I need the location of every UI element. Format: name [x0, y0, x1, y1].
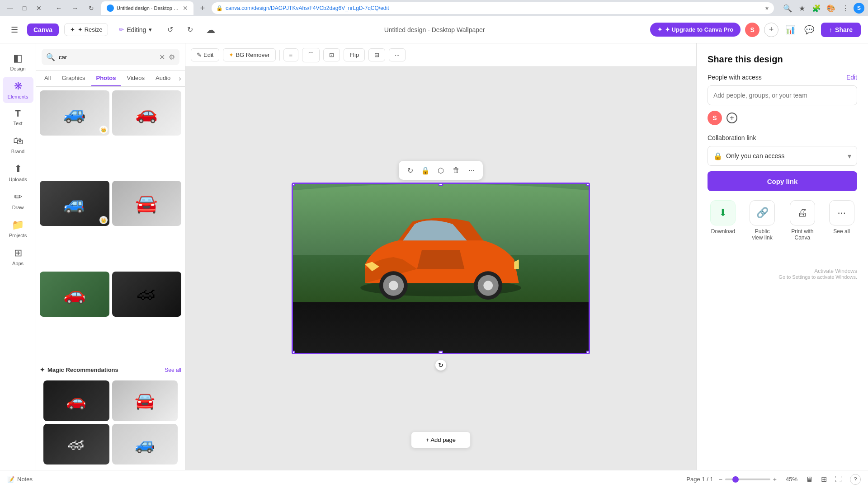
public-view-action[interactable]: 🔗 Public view link: [749, 200, 776, 241]
add-collaborator-btn[interactable]: +: [764, 23, 778, 37]
add-people-input[interactable]: [708, 85, 857, 105]
tab-photos[interactable]: Photos: [91, 71, 120, 86]
sidebar-item-elements[interactable]: ❋ Elements: [3, 77, 33, 103]
float-more-btn[interactable]: ···: [465, 164, 478, 177]
handle-tl[interactable]: [292, 183, 295, 186]
add-page-btn[interactable]: + Add page: [411, 432, 471, 448]
float-copy-btn[interactable]: ⬡: [434, 164, 448, 177]
analytics-btn[interactable]: 📊: [783, 23, 797, 37]
magic-thumb-4[interactable]: 🚙: [112, 424, 178, 465]
redo-btn[interactable]: ↻: [183, 23, 197, 37]
see-all-action[interactable]: ··· See all: [829, 200, 854, 241]
minimize-btn[interactable]: —: [4, 2, 16, 14]
add-user-icon[interactable]: +: [726, 113, 737, 123]
tab-all[interactable]: All: [40, 71, 55, 86]
forward-btn[interactable]: →: [69, 2, 81, 14]
rotate-handle[interactable]: ↻: [435, 360, 446, 371]
edit-btn[interactable]: ✎ Edit: [191, 48, 219, 61]
notes-btn[interactable]: 📝 Notes: [7, 476, 33, 483]
share-btn[interactable]: ↑ Share: [821, 23, 861, 37]
clear-search-btn[interactable]: ✕: [159, 53, 165, 61]
tab-graphics[interactable]: Graphics: [57, 71, 90, 86]
image-thumb-4[interactable]: 🚘: [112, 181, 182, 226]
sidebar-item-draw[interactable]: ✏ Draw: [3, 188, 33, 214]
browser-tab[interactable]: Untitled design - Desktop Wall... ✕: [101, 1, 193, 15]
cloud-save-btn[interactable]: ☁: [203, 22, 219, 38]
sidebar-item-projects[interactable]: 📁 Projects: [3, 216, 33, 242]
zoom-in-btn[interactable]: +: [773, 476, 777, 483]
handle-bc[interactable]: [439, 351, 443, 354]
image-thumb-3[interactable]: 🚙 👑: [40, 181, 109, 226]
undo-btn[interactable]: ↺: [163, 23, 177, 37]
new-tab-btn[interactable]: +: [197, 3, 208, 14]
magic-thumb-2[interactable]: 🚘: [112, 380, 178, 421]
settings-btn[interactable]: ⋮: [839, 2, 852, 14]
float-lock-btn[interactable]: 🔒: [419, 164, 432, 177]
sidebar-item-uploads[interactable]: ⬆ Uploads: [3, 160, 33, 186]
back-btn[interactable]: ←: [52, 2, 65, 14]
upgrade-btn[interactable]: ✦ ✦ Upgrade to Canva Pro: [650, 23, 741, 37]
zoom-slider[interactable]: [725, 479, 770, 480]
handle-tr[interactable]: [586, 183, 590, 186]
close-btn[interactable]: ✕: [33, 2, 45, 14]
lines-btn[interactable]: ≡: [283, 48, 299, 61]
extensions-btn[interactable]: 🧩: [810, 2, 823, 14]
print-action[interactable]: 🖨 Print with Canva: [789, 200, 816, 241]
tab-audio[interactable]: Audio: [151, 71, 175, 86]
corner-btn[interactable]: ⌒: [302, 48, 320, 62]
maximize-btn[interactable]: □: [18, 2, 31, 14]
sidebar-item-brand[interactable]: 🛍 Brand: [3, 131, 33, 158]
address-bar[interactable]: 🔒 canva.com/design/DAGPJTKvAhs/F4VCb2dag…: [212, 2, 774, 14]
canva-ext-btn[interactable]: 🎨: [825, 2, 837, 14]
bookmark-btn[interactable]: ★: [796, 2, 808, 14]
handle-br[interactable]: [586, 351, 590, 354]
edit-access-link[interactable]: Edit: [846, 74, 857, 81]
zoom-btn[interactable]: 🔍: [781, 2, 794, 14]
upgrade-label: ✦ Upgrade to Canva Pro: [665, 26, 733, 33]
tab-videos[interactable]: Videos: [123, 71, 150, 86]
refresh-btn[interactable]: ↻: [85, 2, 98, 14]
brand-label: Brand: [11, 149, 24, 154]
browser-profile[interactable]: S: [854, 3, 864, 14]
tabs-arrow[interactable]: ›: [177, 71, 183, 86]
magic-thumb-3[interactable]: 🏎: [43, 424, 109, 465]
download-action[interactable]: ⬇ Download: [710, 200, 736, 241]
flip-btn[interactable]: Flip: [344, 48, 365, 61]
sidebar-item-text[interactable]: T Text: [3, 105, 33, 130]
search-input[interactable]: [59, 54, 156, 61]
image-thumb-1[interactable]: 🚙 👑: [40, 90, 109, 136]
fullscreen-btn[interactable]: ⛶: [832, 473, 844, 486]
sidebar-item-design[interactable]: ◧ Design: [3, 49, 33, 75]
search-box[interactable]: 🔍 ✕ ⚙: [42, 49, 179, 65]
image-thumb-5[interactable]: 🚗: [40, 272, 109, 317]
tab-close-btn[interactable]: ✕: [183, 5, 188, 12]
user-avatar[interactable]: S: [745, 23, 760, 37]
bg-remover-btn[interactable]: ✦ BG Remover: [223, 48, 275, 61]
handle-bl[interactable]: [292, 351, 295, 354]
handle-tc[interactable]: [439, 183, 443, 186]
help-btn[interactable]: ?: [850, 474, 861, 485]
access-dropdown[interactable]: 🔒 Only you can access ▾: [708, 146, 857, 166]
float-delete-btn[interactable]: 🗑: [449, 164, 463, 177]
crop-btn[interactable]: ⊡: [323, 48, 340, 61]
logo-btn[interactable]: Canva: [27, 23, 59, 36]
zoom-out-btn[interactable]: −: [719, 476, 722, 483]
copy-link-btn[interactable]: Copy link: [708, 171, 857, 191]
image-thumb-6[interactable]: 🏎: [112, 272, 182, 317]
resize-btn[interactable]: ✦ ✦ Resize: [64, 23, 108, 36]
more-toolbar-btn[interactable]: ···: [389, 48, 406, 61]
comments-btn[interactable]: 💬: [802, 23, 816, 37]
checker-btn[interactable]: ⊟: [368, 48, 385, 61]
see-all-btn[interactable]: See all: [165, 367, 181, 373]
image-thumb-2[interactable]: 🚗: [112, 90, 182, 136]
magic-thumb-1[interactable]: 🚗: [43, 380, 109, 421]
canvas-wrapper[interactable]: ↻ 🔒 ⬡ 🗑 ···: [185, 67, 696, 470]
sidebar-item-apps[interactable]: ⊞ Apps: [3, 244, 33, 270]
editing-btn[interactable]: ✏ Editing ▾: [113, 23, 157, 36]
desktop-view-btn[interactable]: 🖥: [803, 473, 816, 486]
design-canvas[interactable]: [292, 183, 590, 354]
float-refresh-btn[interactable]: ↻: [403, 164, 417, 177]
grid-view-btn[interactable]: ⊞: [817, 473, 830, 486]
hamburger-btn[interactable]: ☰: [7, 23, 22, 37]
filter-btn[interactable]: ⚙: [169, 53, 175, 61]
